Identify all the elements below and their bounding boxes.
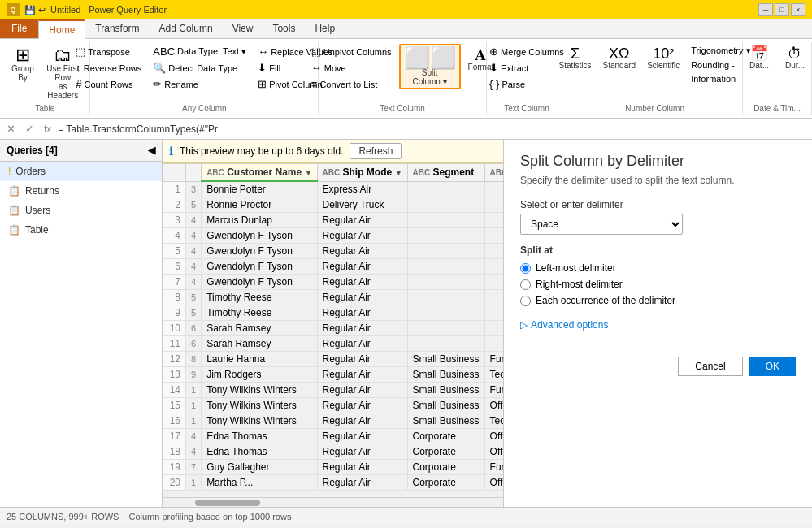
- group-by-button[interactable]: ⊞ GroupBy: [7, 44, 39, 84]
- split-each-option[interactable]: Each occurrence of the delimiter: [520, 295, 796, 306]
- reverse-rows-button[interactable]: ↕ Reverse Rows: [72, 60, 145, 76]
- info-message: This preview may be up to 6 days old.: [180, 145, 343, 157]
- cell-customer[interactable]: Laurie Hanna: [202, 352, 317, 367]
- detect-data-type-button[interactable]: 🔍 Detect Data Type: [149, 60, 250, 76]
- group-by-label: GroupBy: [11, 64, 34, 82]
- close-btn[interactable]: ×: [791, 3, 805, 16]
- window-title: Untitled - Power Query Editor: [50, 5, 753, 15]
- cell-customer[interactable]: Edna Thomas: [202, 429, 317, 444]
- split-right-option[interactable]: Right-most delimiter: [520, 279, 796, 290]
- advanced-options-toggle[interactable]: ▷ Advanced options: [520, 319, 796, 331]
- grid-container[interactable]: ABC Customer Name ▾ ABC Ship Mode ▾ ABC …: [163, 163, 503, 497]
- tab-addcolumn[interactable]: Add Column: [150, 19, 223, 38]
- cell-customer[interactable]: Bonnie Potter: [202, 181, 317, 197]
- formula-input[interactable]: [58, 123, 809, 135]
- split-at-radio-group: Left-most delimiter Right-most delimiter…: [520, 262, 796, 306]
- cell-rownum: 14: [163, 383, 186, 398]
- maximize-btn[interactable]: □: [775, 3, 789, 16]
- tab-view[interactable]: View: [223, 19, 263, 38]
- ribbon-group-anycolumn-inner: ⬚ Transpose ↕ Reverse Rows # Count Rows …: [72, 44, 337, 102]
- cell-rownum: 2: [163, 197, 186, 213]
- cell-num: 4: [186, 444, 202, 460]
- dur-btn[interactable]: ⏱ Dur...: [779, 44, 811, 72]
- cell-customer[interactable]: Timothy Reese: [202, 290, 317, 305]
- query-item-table[interactable]: 📋 Table: [0, 220, 162, 240]
- query-item-returns[interactable]: 📋 Returns: [0, 181, 162, 201]
- convert-to-list-button[interactable]: ≡ Convert to List: [307, 76, 396, 92]
- split-right-label: Right-most delimiter: [536, 279, 623, 290]
- cell-customer[interactable]: Gwendolyn F Tyson: [202, 275, 317, 290]
- statistics-button[interactable]: Σ Statistics: [555, 44, 596, 72]
- scientific-button[interactable]: 10² Scientific: [643, 44, 684, 72]
- cell-customer[interactable]: Tony Wilkins Winters: [202, 383, 317, 398]
- date-icon: 📅: [750, 46, 768, 61]
- info-icon: ℹ: [169, 145, 173, 158]
- queries-collapse-btn[interactable]: ◀: [148, 145, 155, 156]
- header-ship-mode[interactable]: ABC Ship Mode ▾: [317, 164, 407, 182]
- cell-customer[interactable]: Marcus Dunlap: [202, 213, 317, 228]
- ribbon-group-anycolumn: ⬚ Transpose ↕ Reverse Rows # Count Rows …: [90, 42, 319, 115]
- cell-category: [484, 290, 503, 305]
- scroll-thumb[interactable]: [195, 500, 260, 506]
- cancel-button[interactable]: Cancel: [678, 357, 742, 376]
- standard-icon: XΩ: [609, 46, 629, 61]
- tab-tools[interactable]: Tools: [263, 19, 305, 38]
- move-button[interactable]: ↔ Move: [307, 60, 396, 76]
- cell-segment: [407, 197, 484, 213]
- split-left-option[interactable]: Left-most delimiter: [520, 262, 796, 274]
- ship-filter-btn[interactable]: ▾: [395, 169, 402, 177]
- split-column-button[interactable]: ⬜⬜ SplitColumn ▾: [399, 44, 461, 89]
- count-rows-button[interactable]: # Count Rows: [72, 76, 145, 92]
- date-btn[interactable]: 📅 Dat...: [743, 44, 775, 72]
- refresh-button[interactable]: Refresh: [350, 143, 402, 159]
- cell-rownum: 19: [163, 460, 186, 475]
- query-label-orders: Orders: [15, 166, 46, 177]
- transpose-button[interactable]: ⬚ Transpose: [72, 44, 145, 59]
- split-each-radio[interactable]: [520, 296, 531, 306]
- standard-button[interactable]: XΩ Standard: [599, 44, 640, 72]
- unpivot-button[interactable]: ⬚ Unpivot Columns: [307, 44, 396, 59]
- cell-customer[interactable]: Gwendolyn F Tyson: [202, 244, 317, 259]
- cell-customer[interactable]: Gwendolyn F Tyson: [202, 228, 317, 244]
- cell-customer[interactable]: Edna Thomas: [202, 444, 317, 460]
- data-type-icon: ABC: [153, 45, 175, 58]
- cell-customer[interactable]: Gwendolyn F Tyson: [202, 259, 317, 275]
- data-type-button[interactable]: ABC Data Type: Text ▾: [149, 44, 250, 59]
- header-category[interactable]: ABC Category: [484, 164, 503, 182]
- cell-customer[interactable]: Ronnie Proctor: [202, 197, 317, 213]
- cell-customer[interactable]: Tony Wilkins Winters: [202, 413, 317, 429]
- cell-customer[interactable]: Sarah Ramsey: [202, 321, 317, 336]
- minimize-btn[interactable]: ─: [758, 3, 773, 16]
- cell-ship: Regular Air: [317, 383, 407, 398]
- cell-customer[interactable]: Tony Wilkins Winters: [202, 398, 317, 413]
- col-left: ⬚ Transpose ↕ Reverse Rows # Count Rows: [72, 44, 145, 92]
- horizontal-scrollbar[interactable]: [163, 497, 503, 507]
- delimiter-select[interactable]: Space Colon Comma Equals Sign Semicolon …: [520, 214, 683, 235]
- customer-filter-btn[interactable]: ▾: [305, 169, 312, 177]
- tab-transform[interactable]: Transform: [85, 19, 149, 38]
- tab-file[interactable]: File: [0, 19, 38, 38]
- ok-button[interactable]: OK: [749, 357, 796, 376]
- query-item-orders[interactable]: ! Orders: [0, 162, 162, 181]
- cell-customer[interactable]: Guy Gallagher: [202, 460, 317, 475]
- header-segment[interactable]: ABC Segment: [407, 164, 484, 182]
- split-left-radio[interactable]: [520, 263, 531, 274]
- split-right-radio[interactable]: [520, 279, 531, 290]
- cell-customer[interactable]: Martha P...: [202, 475, 317, 491]
- cell-rownum: 9: [163, 305, 186, 321]
- cell-customer[interactable]: Timothy Reese: [202, 305, 317, 321]
- header-customer-name[interactable]: ABC Customer Name ▾: [202, 164, 317, 182]
- any-column-group-label: Any Column: [182, 104, 226, 113]
- cell-customer[interactable]: Sarah Ramsey: [202, 336, 317, 352]
- query-item-users[interactable]: 📋 Users: [0, 201, 162, 220]
- tab-help[interactable]: Help: [305, 19, 345, 38]
- cell-customer[interactable]: Jim Rodgers: [202, 367, 317, 383]
- cell-category: [484, 213, 503, 228]
- tab-home[interactable]: Home: [38, 19, 85, 39]
- rename-button[interactable]: ✏ Rename: [149, 76, 250, 92]
- date-label: Dat...: [749, 61, 769, 70]
- cell-rownum: 3: [163, 213, 186, 228]
- confirm-formula-icon[interactable]: ✓: [22, 123, 37, 135]
- close-formula-icon[interactable]: ✕: [3, 123, 19, 135]
- query-icon-users: 📋: [8, 205, 20, 216]
